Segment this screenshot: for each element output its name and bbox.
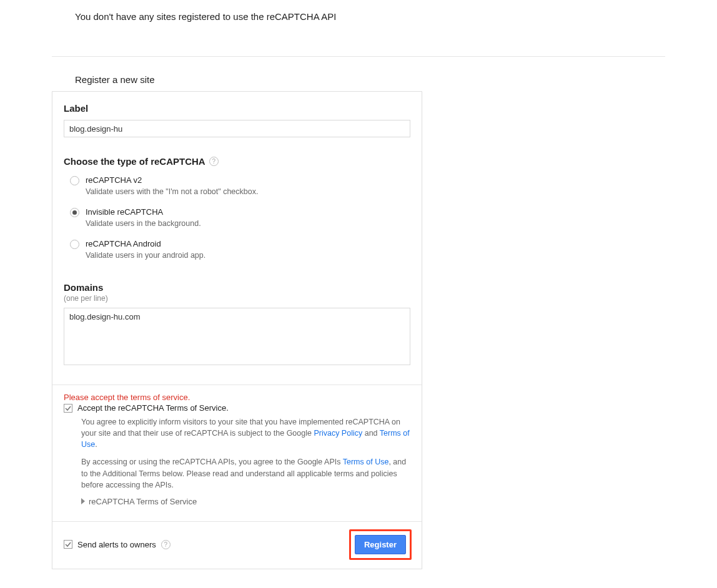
accept-tos-row[interactable]: Accept the reCAPTCHA Terms of Service. [64, 403, 410, 413]
radio-option-android[interactable]: reCAPTCHA Android Validate users in your… [70, 239, 410, 260]
register-section-title: Register a new site [75, 74, 717, 85]
expand-tos[interactable]: reCAPTCHA Terms of Service [81, 497, 410, 506]
api-terms-of-use-link[interactable]: Terms of Use [343, 458, 389, 466]
radio-option-v2[interactable]: reCAPTCHA v2 Validate users with the "I'… [70, 175, 410, 196]
radio-title: Invisible reCAPTCHA [86, 207, 201, 217]
radio-desc: Validate users in the background. [86, 219, 201, 228]
register-card: Label Choose the type of reCAPTCHA ? reC… [52, 91, 422, 569]
checkmark-icon [65, 541, 71, 547]
send-alerts-checkbox[interactable] [64, 540, 72, 549]
tos-error: Please accept the terms of service. [64, 393, 410, 402]
checkmark-icon [65, 405, 71, 411]
send-alerts-label: Send alerts to owners [77, 540, 156, 549]
chevron-right-icon [81, 498, 85, 504]
help-icon[interactable]: ? [161, 540, 171, 549]
radio-desc: Validate users in your android app. [86, 251, 205, 260]
accept-tos-label: Accept the reCAPTCHA Terms of Service. [77, 403, 229, 413]
tos-text: . [95, 440, 97, 449]
domains-sub: (one per line) [64, 294, 410, 303]
radio-title: reCAPTCHA v2 [86, 175, 258, 185]
accept-tos-checkbox[interactable] [64, 404, 72, 413]
tos-text: and [362, 429, 380, 438]
register-highlight: Register [349, 529, 412, 560]
register-button[interactable]: Register [355, 535, 406, 554]
label-heading: Label [64, 103, 410, 114]
radio-option-invisible[interactable]: Invisible reCAPTCHA Validate users in th… [70, 207, 410, 228]
choose-type-heading: Choose the type of reCAPTCHA ? [64, 156, 219, 167]
radio-button[interactable] [70, 208, 79, 217]
radio-button[interactable] [70, 176, 79, 185]
divider [52, 56, 665, 57]
radio-title: reCAPTCHA Android [86, 239, 205, 248]
send-alerts-row[interactable]: Send alerts to owners ? [64, 540, 171, 549]
label-input[interactable] [64, 120, 410, 137]
tos-body: You agree to explicitly inform visitors … [81, 416, 410, 491]
tos-text: By accessing or using the reCAPTCHA APIs… [81, 458, 343, 466]
no-sites-message: You don't have any sites registered to u… [0, 0, 717, 22]
expand-tos-label: reCAPTCHA Terms of Service [89, 497, 197, 506]
choose-type-text: Choose the type of reCAPTCHA [64, 156, 205, 167]
help-icon[interactable]: ? [209, 157, 219, 166]
privacy-policy-link[interactable]: Privacy Policy [314, 429, 362, 438]
domains-heading: Domains [64, 282, 410, 293]
radio-button[interactable] [70, 240, 79, 249]
domains-textarea[interactable] [64, 308, 410, 365]
radio-desc: Validate users with the "I'm not a robot… [86, 187, 258, 196]
